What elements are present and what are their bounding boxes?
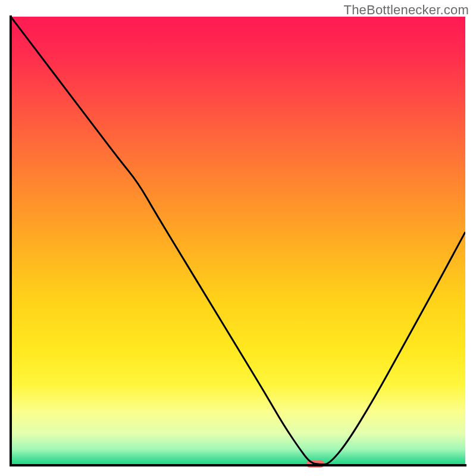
- plot-background: [11, 17, 465, 465]
- chart-svg: [0, 0, 476, 476]
- watermark-text: TheBottlenecker.com: [344, 2, 469, 18]
- bottleneck-chart: TheBottlenecker.com: [0, 0, 476, 476]
